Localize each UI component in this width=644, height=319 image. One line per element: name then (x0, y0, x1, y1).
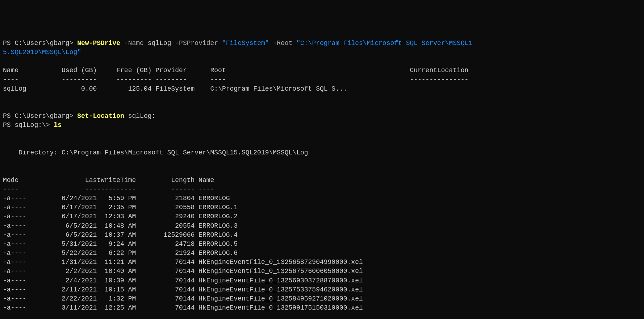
param-name: -Name (120, 40, 148, 47)
ls-table-dashes: ---- ------------- ------ ---- (3, 186, 214, 193)
arg-setlocation: sqlLog: (124, 112, 155, 120)
prompt-path: C:\Users\gbarg (14, 40, 69, 47)
value-root-part1: "C:\Program Files\Microsoft SQL Server\M… (296, 40, 472, 47)
prompt-path: sqlLog:\ (14, 121, 46, 129)
prompt-path: C:\Users\gbarg (14, 112, 69, 120)
drive-table-row: sqlLog 0.00 125.04 FileSystem C:\Program… (3, 85, 347, 92)
command-line-3: PS sqlLog:\> ls (3, 121, 62, 129)
directory-header: Directory: C:\Program Files\Microsoft SQ… (3, 149, 308, 156)
prompt-prefix: PS (3, 121, 14, 129)
command-line-1: PS C:\Users\gbarg> New-PSDrive -Name sql… (3, 40, 472, 47)
prompt-arrow: > (70, 40, 78, 47)
param-psprovider: -PSProvider (171, 40, 222, 47)
prompt-prefix: PS (3, 112, 14, 120)
ls-table-header: Mode LastWriteTime Length Name (3, 177, 214, 184)
command-line-2: PS C:\Users\gbarg> Set-Location sqlLog: (3, 112, 155, 120)
terminal-output[interactable]: PS C:\Users\gbarg> New-PSDrive -Name sql… (3, 39, 641, 313)
cmdlet-ls: ls (54, 121, 62, 129)
value-psprovider: "FileSystem" (222, 40, 269, 47)
cmdlet-setlocation: Set-Location (77, 112, 124, 120)
cmdlet-newpsdrive: New-PSDrive (77, 40, 120, 47)
drive-table-header: Name Used (GB) Free (GB) Provider Root C… (3, 67, 468, 74)
value-root-part2: 5.SQL2019\MSSQL\Log" (3, 49, 81, 56)
prompt-prefix: PS (3, 40, 14, 47)
drive-table-dashes: ---- --------- --------- -------- ---- -… (3, 76, 468, 83)
prompt-arrow: > (46, 121, 54, 129)
value-name: sqlLog (148, 40, 171, 47)
param-root: -Root (269, 40, 297, 47)
ls-table-body: -a---- 6/24/2021 5:59 PM 21804 ERRORLOG … (3, 195, 363, 311)
prompt-arrow: > (70, 112, 78, 120)
